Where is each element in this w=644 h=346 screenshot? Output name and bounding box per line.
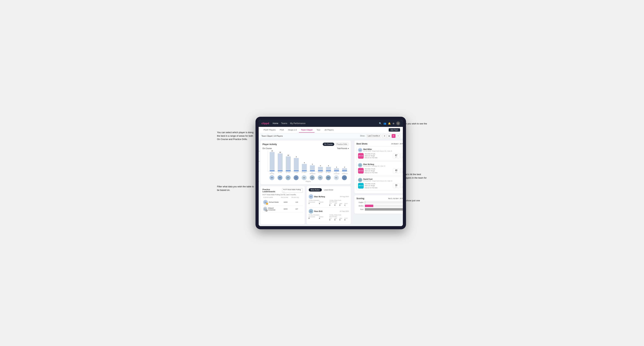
- shots-filter-type[interactable]: All Shots ▾: [391, 143, 399, 145]
- view-heart[interactable]: ♥: [392, 134, 396, 138]
- shot-card[interactable]: DF David Ford 24 Aug 2023 · Royal North …: [356, 176, 403, 190]
- most-active-tab[interactable]: Most Active: [309, 188, 322, 191]
- scoring-filter-players[interactable]: All Players ▾: [400, 198, 403, 199]
- bell-icon[interactable]: 🔔: [388, 122, 391, 125]
- shot-details: 200 SG Shot Dist: 67 ydsStart Lie: Rough…: [358, 153, 403, 159]
- active-avatar: BM: [309, 194, 313, 199]
- shots-filter-player[interactable]: All Players ▾: [400, 143, 403, 145]
- shot-badge: 198 SG: [358, 183, 364, 188]
- practice-leaderboard-card: Practice Leaderboards PUTT Must Make Put…: [260, 186, 305, 224]
- bar[interactable]: [318, 167, 323, 171]
- activity-toggle-buttons: On Course Practice Drills: [323, 143, 349, 146]
- show-select[interactable]: Last 3 months ▾: [366, 134, 381, 137]
- nav-teams[interactable]: Teams: [281, 122, 287, 125]
- bar[interactable]: [326, 167, 331, 171]
- avatar[interactable]: U: [396, 121, 400, 125]
- bar[interactable]: [310, 165, 315, 171]
- shot-details: 200 SG Shot Dist: 43 ydsStart Lie: Rough…: [358, 168, 403, 174]
- bar[interactable]: [294, 158, 299, 171]
- active-row: BM Blair McHarg 26 Aug 2023 Total Rounds…: [309, 193, 349, 208]
- stat-col-gtt: GTT 0: [329, 218, 334, 221]
- stat-col-value-putt: 0: [344, 219, 349, 221]
- tab-tour[interactable]: Tour: [314, 127, 322, 133]
- player-activity-title: Player Activity: [262, 143, 277, 146]
- shot-badge: 200 SG: [358, 168, 364, 173]
- team-header: Team Clippd | 14 Players Show: Last 3 mo…: [259, 133, 403, 139]
- leaderboard-filter[interactable]: PUTT Must Make Putting ...: [282, 188, 303, 193]
- shot-player-detail: 24 Aug 2023 · Royal North Devon GC, Hole…: [363, 180, 403, 182]
- left-panel: Player Activity On Course Practice Drill…: [259, 139, 352, 226]
- x-label: E. Crossman: [334, 172, 339, 174]
- stat-col-label-putt: PUTT: [344, 218, 349, 219]
- bar-chart-container: 1312109543322: [268, 151, 349, 172]
- tab-pgat-players[interactable]: PGAT Players: [262, 127, 278, 133]
- least-active-tab[interactable]: Least Active: [322, 188, 336, 191]
- lb-row: EC 2 Edward Crossman 18/20 107: [262, 206, 303, 212]
- top-nav: clippd Home Teams My Performance 🔍 👥 🔔 ⊕…: [259, 120, 403, 127]
- bar[interactable]: [342, 168, 347, 171]
- bar[interactable]: [302, 164, 307, 171]
- best-shots-card: Best Shots All Shots ▾ All Players ▾: [354, 141, 403, 193]
- shot-info: Shot Dist: 43 ydsStart Lie: RoughEnd Lie…: [365, 168, 392, 174]
- tablet-screen: clippd Home Teams My Performance 🔍 👥 🔔 ⊕…: [259, 120, 403, 226]
- best-shots-header: Best Shots All Shots ▾ All Players ▾: [356, 143, 403, 145]
- stat-col-label-app: APP: [334, 203, 339, 204]
- stat-col-value-putt: 1: [344, 204, 349, 206]
- bar-group: 2: [342, 166, 347, 171]
- player-avatars: BMBBDFJCEEGBRBMMECLR: [268, 175, 349, 180]
- bar-group: 5: [302, 162, 307, 171]
- y-label-5: 5: [259, 171, 260, 172]
- x-label: M. Miller: [326, 172, 331, 174]
- nav-performance[interactable]: My Performance: [290, 122, 306, 125]
- stat-values-activities: GTT 0 APP 0 ARG 0 PUTT 0: [329, 218, 349, 221]
- scoring-filter-row: Par 3, 4 & 5s ▾ All Players ▾: [388, 198, 403, 199]
- stat-col-value-app: 0: [334, 219, 339, 221]
- people-icon[interactable]: 👥: [384, 122, 386, 125]
- tab-pga[interactable]: PGA: [278, 127, 286, 133]
- metric-value-dist: 43: [394, 169, 398, 171]
- nav-links: Home Teams My Performance: [273, 122, 376, 125]
- shot-card[interactable]: MM Matt Miller 09 Jun 2023 · Royal North…: [356, 147, 403, 161]
- active-row: RB Rees Britt 02 Sep 2023 Total Rounds T…: [309, 208, 349, 222]
- shot-player-row: MM Matt Miller 09 Jun 2023 · Royal North…: [358, 148, 403, 152]
- add-team-button[interactable]: Add Team: [389, 128, 400, 132]
- stat-col-tournament: Tournament 7: [309, 201, 318, 204]
- lb-row: RB 1 Richard Butler 19/20 110: [262, 199, 303, 206]
- bar[interactable]: [286, 156, 291, 171]
- player-avatar: EE: [302, 175, 306, 180]
- chart-subtitle: On Course: [262, 147, 272, 149]
- stat-values-activities: GTT 0 APP 0 ARG 0 PUTT 1: [329, 203, 349, 206]
- stats-row: Total Rounds Tournament 7 Practice 6 Tot…: [309, 199, 349, 206]
- bar[interactable]: [270, 152, 274, 171]
- on-course-toggle[interactable]: On Course: [323, 143, 334, 146]
- shot-card[interactable]: BM Blair McHarg 23 Jul 2023 · Ashridge G…: [356, 162, 403, 175]
- bar-value: 2: [336, 166, 337, 168]
- stat-group-rounds: Total Rounds Tournament 7 Practice 6: [309, 199, 328, 206]
- metric-box-dist: 67 yds: [393, 153, 399, 158]
- shot-player-info: David Ford 24 Aug 2023 · Royal North Dev…: [363, 178, 403, 182]
- stat-col-value-tournament: 8: [309, 217, 318, 219]
- view-list[interactable]: ≡: [396, 134, 400, 138]
- player-avatar: BM: [270, 175, 274, 180]
- nav-home[interactable]: Home: [273, 122, 278, 125]
- practice-drills-toggle[interactable]: Practice Drills: [335, 143, 349, 146]
- plus-circle-icon[interactable]: ⊕: [392, 122, 394, 125]
- y-axis: 15 10 5 0: [259, 151, 260, 182]
- tab-all-players[interactable]: All Players: [322, 127, 336, 133]
- bar[interactable]: [334, 168, 339, 171]
- tab-team-clippd[interactable]: Team Clippd: [299, 127, 314, 133]
- search-icon[interactable]: 🔍: [379, 122, 382, 125]
- scoring-bar-row: Pars 499: [356, 208, 403, 211]
- tab-hcaps[interactable]: Hcaps 1-5: [286, 127, 299, 133]
- chart-filter[interactable]: Total Rounds ▾: [337, 148, 349, 149]
- bar-group: 9: [294, 156, 299, 171]
- metric-value-remain: 0: [402, 169, 403, 171]
- bar[interactable]: [278, 154, 282, 171]
- shot-player-info: Blair McHarg 23 Jul 2023 · Ashridge GC, …: [363, 163, 403, 167]
- view-grid-small[interactable]: ⊞: [382, 134, 386, 138]
- view-grid[interactable]: ▦: [387, 134, 391, 138]
- stat-col-practice: Practice 6: [319, 201, 328, 204]
- scoring-filter-par[interactable]: Par 3, 4 & 5s ▾: [388, 198, 398, 199]
- bar-value: 5: [304, 162, 305, 164]
- x-label: L. Robertson: [342, 172, 347, 174]
